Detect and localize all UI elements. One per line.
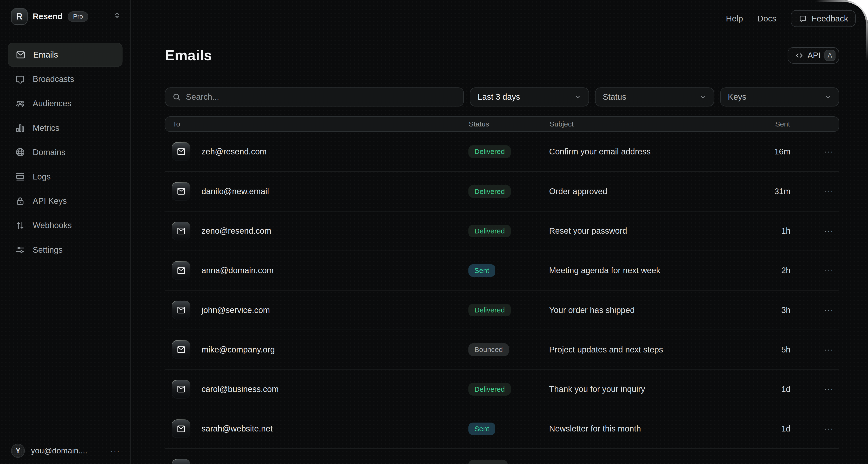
table-row[interactable]: danilo@new.email Delivered Order approve…	[165, 171, 839, 211]
email-table: zeh@resend.com Delivered Confirm your em…	[165, 132, 839, 464]
table-row[interactable]: john@service.com Delivered Your order ha…	[165, 290, 839, 329]
workspace-name: Resend	[33, 12, 63, 21]
row-menu-ellipsis-icon[interactable]: ···	[790, 424, 839, 433]
email-subject: Thank you for your inquiry	[549, 384, 741, 394]
column-header-status: Status	[469, 120, 550, 128]
sent-time: 1d	[741, 424, 790, 433]
search-box	[165, 87, 464, 106]
api-button[interactable]: API A	[787, 47, 839, 64]
sidebar-item-label: Broadcasts	[33, 75, 74, 84]
feedback-label: Feedback	[812, 14, 848, 23]
feedback-button[interactable]: Feedback	[791, 10, 856, 27]
chevron-up-down-icon[interactable]	[113, 11, 121, 22]
row-menu-ellipsis-icon[interactable]: ···	[790, 147, 839, 156]
sidebar-item-emails[interactable]: Emails	[8, 42, 122, 67]
ellipsis-icon[interactable]: ···	[111, 447, 120, 454]
sent-time: 5h	[741, 345, 790, 354]
row-menu-ellipsis-icon[interactable]: ···	[790, 266, 839, 275]
sidebar-item-settings[interactable]: Settings	[8, 237, 122, 262]
status-badge	[468, 460, 508, 464]
page-title: Emails	[165, 47, 212, 64]
table-row[interactable]: anna@domain.com Sent Meeting agenda for …	[165, 251, 839, 290]
recipient-email: danilo@new.email	[202, 187, 269, 196]
sidebar-item-label: Emails	[33, 50, 58, 59]
recipient-email: john@service.com	[202, 306, 270, 315]
sent-time: 1d	[741, 384, 790, 394]
row-menu-ellipsis-icon[interactable]: ···	[790, 385, 839, 394]
help-link[interactable]: Help	[726, 14, 743, 23]
email-subject: Newsletter for this month	[549, 424, 741, 433]
users-icon	[15, 98, 26, 109]
table-row[interactable]: zeno@resend.com Delivered Reset your pas…	[165, 211, 839, 251]
search-icon	[172, 92, 181, 102]
workspace-switcher[interactable]: R Resend Pro	[0, 0, 130, 25]
status-select[interactable]: Status	[595, 87, 714, 106]
table-row[interactable]: carol@business.com Delivered Thank you f…	[165, 369, 839, 409]
sliders-icon	[15, 244, 26, 255]
date-range-select[interactable]: Last 3 days	[470, 87, 589, 106]
topbar: Help Docs Feedback	[131, 0, 868, 36]
resend-logo-letter: R	[16, 11, 23, 22]
sidebar-item-webhooks[interactable]: Webhooks	[8, 213, 122, 237]
sidebar-item-audiences[interactable]: Audiences	[8, 91, 122, 116]
status-badge: Bounced	[468, 343, 509, 356]
status-badge: Delivered	[468, 304, 511, 316]
email-chip-icon	[172, 340, 190, 359]
main-content: Emails API A Last 3 days	[131, 36, 868, 464]
recipient-email: mike@company.org	[202, 345, 275, 354]
sent-time: 3h	[741, 306, 790, 315]
api-label: API	[808, 51, 820, 60]
sidebar-item-metrics[interactable]: Metrics	[8, 116, 122, 140]
chevron-down-icon	[574, 93, 581, 100]
sidebar-item-label: Webhooks	[33, 221, 72, 230]
app-window: R Resend Pro Emails Broadcasts	[0, 0, 868, 464]
table-row[interactable]: zeh@resend.com Delivered Confirm your em…	[165, 132, 839, 171]
row-menu-ellipsis-icon[interactable]: ···	[790, 227, 839, 235]
table-row-partial[interactable]	[165, 448, 839, 464]
globe-icon	[15, 147, 26, 157]
api-shortcut-badge: A	[825, 50, 836, 61]
search-input[interactable]	[186, 92, 457, 102]
arrows-up-down-icon	[15, 220, 26, 231]
table-row[interactable]: mike@company.org Bounced Project updates…	[165, 329, 839, 369]
sidebar-item-label: API Keys	[33, 196, 67, 206]
column-header-sent: Sent	[740, 120, 790, 128]
sidebar-item-logs[interactable]: Logs	[8, 165, 122, 189]
sidebar-item-label: Logs	[33, 172, 51, 181]
keys-select-label: Keys	[728, 92, 746, 102]
email-chip-icon	[172, 380, 190, 399]
broadcast-tray-icon	[15, 74, 26, 85]
email-chip-icon	[172, 261, 190, 280]
table-row[interactable]: sarah@website.net Sent Newsletter for th…	[165, 409, 839, 448]
user-menu[interactable]: Y you@domain.... ···	[0, 444, 130, 458]
row-menu-ellipsis-icon[interactable]: ···	[790, 306, 839, 315]
status-badge: Sent	[468, 264, 495, 277]
sidebar: R Resend Pro Emails Broadcasts	[0, 0, 131, 464]
plan-badge: Pro	[68, 11, 89, 22]
table-header: To Status Subject Sent	[165, 116, 839, 132]
keys-select[interactable]: Keys	[720, 87, 839, 106]
chat-bubble-icon	[799, 14, 807, 23]
sent-time: 2h	[741, 266, 790, 275]
status-badge: Delivered	[468, 225, 511, 237]
status-badge: Delivered	[468, 185, 511, 198]
email-subject: Order approved	[549, 187, 741, 196]
sent-time: 31m	[741, 187, 790, 196]
resend-logo: R	[11, 8, 28, 25]
sidebar-item-domains[interactable]: Domains	[8, 140, 122, 165]
sidebar-item-broadcasts[interactable]: Broadcasts	[8, 67, 122, 91]
recipient-email: sarah@website.net	[202, 424, 273, 433]
date-range-value: Last 3 days	[477, 92, 520, 102]
email-chip-icon	[172, 419, 190, 438]
code-icon	[795, 51, 804, 60]
lock-icon	[15, 196, 26, 206]
email-subject: Reset your password	[549, 226, 741, 236]
email-chip-icon	[172, 459, 190, 464]
rows-icon	[15, 172, 26, 182]
sidebar-item-label: Domains	[33, 148, 65, 157]
docs-link[interactable]: Docs	[757, 14, 777, 23]
row-menu-ellipsis-icon[interactable]: ···	[790, 187, 839, 196]
row-menu-ellipsis-icon[interactable]: ···	[790, 345, 839, 354]
sidebar-item-api-keys[interactable]: API Keys	[8, 189, 122, 213]
status-badge: Delivered	[468, 145, 511, 158]
